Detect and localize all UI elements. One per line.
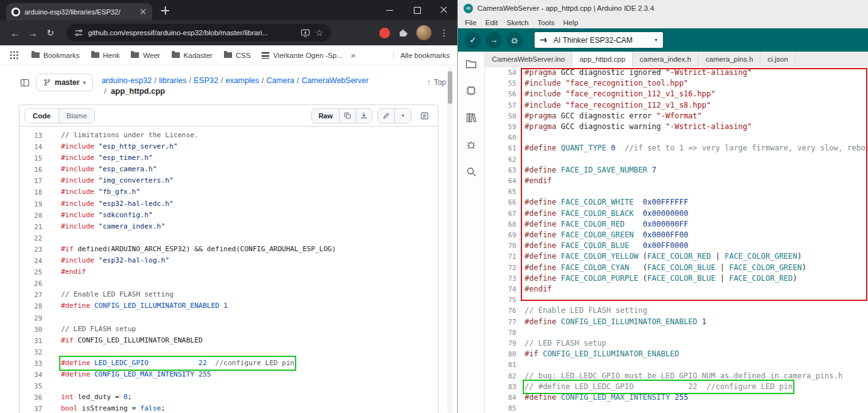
bookmark-item[interactable]: Weer: [125, 50, 165, 61]
line-number[interactable]: 23: [19, 244, 42, 255]
scrollbar-thumb[interactable]: [448, 71, 452, 104]
branch-selector[interactable]: master: [36, 74, 93, 91]
line-number[interactable]: 13: [19, 130, 42, 141]
line-number[interactable]: 19: [19, 198, 42, 210]
line-number[interactable]: 26: [19, 278, 42, 289]
menu-sketch[interactable]: Sketch: [502, 19, 533, 26]
menu-file[interactable]: File: [460, 19, 481, 26]
address-bar[interactable]: github.com/espressif/arduino-esp32/blob/…: [67, 24, 331, 42]
browser-tab[interactable]: arduino-esp32/libraries/ESP32/: [6, 3, 152, 20]
code-text: #pragma GCC diagnostic error "-Wformat": [525, 111, 702, 122]
scroll-to-top-button[interactable]: Top: [427, 78, 446, 87]
breadcrumb-link[interactable]: Camera: [266, 76, 294, 85]
line-number[interactable]: 30: [19, 324, 42, 335]
bookmark-star-icon[interactable]: [315, 28, 323, 38]
debug-button[interactable]: [506, 32, 523, 48]
line-number[interactable]: 25: [19, 266, 42, 278]
code-line: 59#pragma GCC diagnostic warning "-Wstri…: [485, 122, 868, 132]
code-line: 21#include "camera_index.h": [19, 221, 438, 232]
bookmarks-overflow-icon[interactable]: »: [348, 50, 358, 60]
code-line: 30// LED FLASH setup: [19, 324, 438, 335]
line-number[interactable]: 33: [19, 358, 42, 369]
bookmark-item[interactable]: Kadaster: [166, 50, 218, 61]
breadcrumb-link[interactable]: libraries: [159, 76, 187, 85]
line-number[interactable]: 35: [19, 380, 42, 392]
breadcrumb-link[interactable]: CameraWebServer: [301, 76, 369, 85]
bookmark-item[interactable]: Bookmarks: [26, 50, 86, 61]
edit-pencil-icon[interactable]: [378, 109, 394, 123]
code-text: #endif: [525, 284, 552, 295]
sketchbook-icon[interactable]: [465, 57, 477, 70]
code-text: #define CONFIG_LED_MAX_INTENSITY 255: [61, 369, 211, 380]
new-tab-button[interactable]: [160, 5, 170, 16]
line-number[interactable]: 16: [19, 164, 42, 175]
tab-code[interactable]: Code: [25, 109, 59, 123]
line-number[interactable]: 20: [19, 210, 42, 221]
editor-tab[interactable]: CameraWebServer.ino: [485, 52, 572, 66]
browser-tab-title: arduino-esp32/libraries/ESP32/: [25, 8, 134, 16]
browser-menu-icon[interactable]: [440, 28, 448, 38]
line-number: 69: [485, 230, 516, 240]
ide-body: CameraWebServer.inoapp_httpd.cppcamera_i…: [458, 52, 868, 413]
site-settings-icon[interactable]: [74, 28, 83, 37]
all-bookmarks-button[interactable]: Alle bookmarks: [400, 52, 450, 59]
breadcrumb-link[interactable]: examples: [225, 76, 259, 85]
bookmark-item[interactable]: Henk: [86, 50, 126, 61]
line-number[interactable]: 18: [19, 186, 42, 198]
line-number[interactable]: 31: [19, 335, 42, 346]
apps-grid-icon[interactable]: [10, 51, 18, 59]
line-number[interactable]: 14: [19, 141, 42, 152]
line-number[interactable]: 37: [19, 403, 42, 413]
line-number[interactable]: 36: [19, 392, 42, 403]
page-scrollbar[interactable]: [447, 67, 453, 413]
sidebar-toggle-icon[interactable]: [20, 78, 30, 88]
raw-button[interactable]: Raw: [312, 109, 339, 123]
search-icon[interactable]: [465, 166, 477, 178]
symbols-panel-icon[interactable]: [416, 108, 433, 123]
line-number[interactable]: 34: [19, 369, 42, 380]
menu-help[interactable]: Help: [559, 19, 582, 26]
library-manager-icon[interactable]: [465, 111, 477, 124]
menu-tools[interactable]: Tools: [533, 19, 559, 26]
upload-button[interactable]: [486, 32, 502, 48]
back-icon[interactable]: [6, 24, 24, 42]
extensions-puzzle-icon[interactable]: [398, 28, 408, 38]
reload-icon[interactable]: [42, 24, 59, 42]
line-number[interactable]: 22: [19, 232, 42, 244]
install-icon[interactable]: [301, 28, 310, 38]
editor-tab[interactable]: camera_pins.h: [699, 52, 760, 66]
profile-avatar[interactable]: [416, 25, 431, 40]
forward-icon[interactable]: [24, 24, 42, 42]
line-number[interactable]: 17: [19, 175, 42, 186]
debug-panel-icon[interactable]: [465, 139, 477, 151]
download-icon[interactable]: [355, 109, 372, 123]
close-button[interactable]: [430, 0, 457, 20]
maximize-button[interactable]: [403, 0, 430, 20]
code-line: 55#include "face_recognition_tool.hpp": [485, 78, 868, 89]
tab-close-icon[interactable]: [138, 8, 147, 16]
adblock-extension-icon[interactable]: [379, 28, 390, 38]
tab-blame[interactable]: Blame: [59, 109, 95, 123]
verify-button[interactable]: [465, 32, 481, 48]
editor-tab[interactable]: app_httpd.cpp: [572, 52, 633, 67]
minimize-button[interactable]: [376, 0, 403, 20]
breadcrumb-link[interactable]: ESP32: [194, 76, 218, 85]
bookmark-item[interactable]: CSS: [218, 50, 257, 61]
editor-tab[interactable]: camera_index.h: [633, 52, 699, 66]
line-number[interactable]: 32: [19, 346, 42, 358]
line-number[interactable]: 15: [19, 152, 42, 164]
edit-options-chevron-icon[interactable]: [394, 109, 411, 123]
bookmark-item[interactable]: Vierkante Ogen -Sp...: [256, 50, 348, 61]
editor-tab[interactable]: ci.json: [760, 52, 796, 66]
line-number[interactable]: 28: [19, 300, 42, 312]
line-number[interactable]: 21: [19, 221, 42, 232]
breadcrumb-link[interactable]: arduino-esp32: [101, 76, 152, 85]
board-selector[interactable]: AI Thinker ESP32-CAM: [534, 31, 664, 48]
line-number[interactable]: 24: [19, 255, 42, 266]
line-number: 61: [485, 143, 516, 154]
line-number[interactable]: 27: [19, 289, 42, 300]
menu-edit[interactable]: Edit: [481, 19, 503, 26]
copy-icon[interactable]: [339, 109, 355, 123]
boards-manager-icon[interactable]: [465, 84, 477, 97]
line-number[interactable]: 29: [19, 312, 42, 324]
